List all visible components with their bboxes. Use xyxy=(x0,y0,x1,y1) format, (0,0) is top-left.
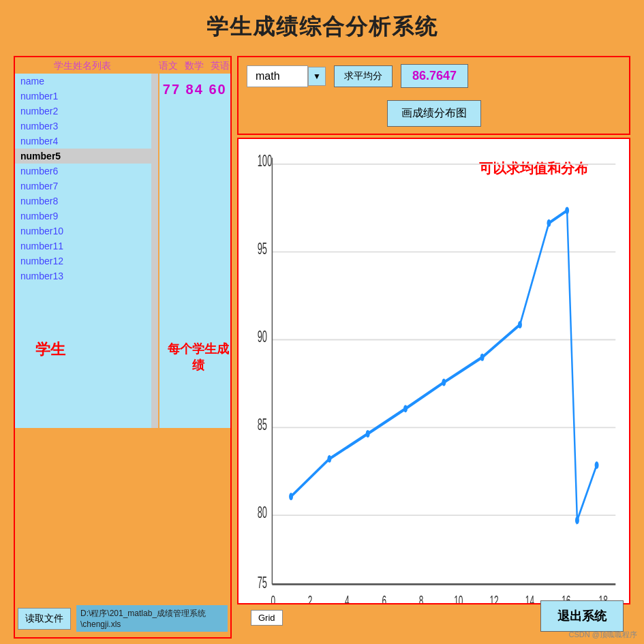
svg-text:90: 90 xyxy=(258,328,267,346)
svg-point-31 xyxy=(547,219,551,227)
svg-text:75: 75 xyxy=(258,574,267,592)
student-item-4[interactable]: number4 xyxy=(15,134,151,149)
svg-point-25 xyxy=(327,455,331,463)
scores-values: 77 84 60 xyxy=(163,74,227,97)
svg-point-27 xyxy=(403,405,408,412)
chart-area: 可以求均值和分布 100 95 90 85 80 75 xyxy=(237,138,630,604)
student-item-12[interactable]: number12 xyxy=(15,254,151,269)
svg-text:12: 12 xyxy=(489,592,498,603)
svg-text:4: 4 xyxy=(345,592,350,603)
left-bottom: 读取文件 D:\程序\201_matlab_成绩管理系统\chengji.xls xyxy=(15,600,230,637)
right-top-controls: math ▼ 求平均分 86.7647 画成绩分布图 xyxy=(237,56,630,135)
svg-point-34 xyxy=(595,461,599,469)
right-panel: math ▼ 求平均分 86.7647 画成绩分布图 可以求均值和分布 100 … xyxy=(237,56,630,639)
student-item-3[interactable]: number3 xyxy=(15,119,151,134)
draw-chart-button[interactable]: 画成绩分布图 xyxy=(387,100,481,127)
student-label: 学生 xyxy=(35,339,65,360)
student-item-13[interactable]: number13 xyxy=(15,269,151,283)
svg-point-30 xyxy=(518,321,522,328)
student-item-10[interactable]: number10 xyxy=(15,224,151,239)
scores-panel: 77 84 60 每个学生成绩 xyxy=(159,74,231,428)
svg-text:100: 100 xyxy=(258,152,272,170)
svg-text:85: 85 xyxy=(258,416,267,433)
col-header-math: 数学 xyxy=(185,60,204,74)
exit-button[interactable]: 退出系统 xyxy=(540,600,624,632)
student-item-5[interactable]: number5 xyxy=(15,149,151,164)
svg-point-33 xyxy=(575,517,579,524)
student-item-1[interactable]: number1 xyxy=(15,89,151,104)
grid-button[interactable]: Grid xyxy=(251,610,283,626)
student-item-name[interactable]: name xyxy=(15,74,151,89)
student-item-9[interactable]: number9 xyxy=(15,209,151,224)
csdn-credit: CSDN @顶呱呱程序 xyxy=(569,630,637,640)
left-panel: 学生姓名列表 语文 数学 英语 name number1 number2 num… xyxy=(14,56,232,639)
average-value-display: 86.7647 xyxy=(401,64,468,88)
svg-text:6: 6 xyxy=(382,592,386,603)
svg-text:8: 8 xyxy=(419,592,424,603)
student-item-7[interactable]: number7 xyxy=(15,179,151,194)
student-item-6[interactable]: number6 xyxy=(15,164,151,179)
col-header-chinese: 语文 xyxy=(159,60,178,74)
student-list-area: name number1 number2 number3 number4 num… xyxy=(15,74,230,600)
right-bottom-container: 可以求均值和分布 100 95 90 85 80 75 xyxy=(237,138,630,639)
svg-text:80: 80 xyxy=(258,504,267,521)
svg-text:14: 14 xyxy=(525,592,534,603)
subject-selector: math ▼ xyxy=(247,65,326,87)
student-item-2[interactable]: number2 xyxy=(15,104,151,119)
svg-point-32 xyxy=(565,206,569,214)
svg-point-24 xyxy=(289,493,293,500)
svg-point-28 xyxy=(442,379,446,386)
scores-label: 每个学生成绩 xyxy=(166,341,231,373)
svg-point-29 xyxy=(480,354,485,361)
col-header-english: 英语 xyxy=(211,60,230,74)
student-item-8[interactable]: number8 xyxy=(15,194,151,209)
student-list[interactable]: name number1 number2 number3 number4 num… xyxy=(15,74,151,428)
svg-text:2: 2 xyxy=(308,592,313,603)
calc-average-button[interactable]: 求平均分 xyxy=(334,65,393,87)
page-title: 学生成绩综合分析系统 xyxy=(0,0,644,49)
file-path-display: D:\程序\201_matlab_成绩管理系统\chengji.xls xyxy=(76,605,228,632)
svg-text:0: 0 xyxy=(271,592,275,603)
student-list-header: 学生姓名列表 xyxy=(15,57,149,74)
subject-display: math xyxy=(247,65,308,87)
scrollbar-track[interactable] xyxy=(151,74,158,428)
subject-dropdown-button[interactable]: ▼ xyxy=(308,67,326,86)
svg-text:95: 95 xyxy=(258,240,267,258)
read-file-button[interactable]: 读取文件 xyxy=(18,608,71,630)
student-item-11[interactable]: number11 xyxy=(15,239,151,254)
chart-svg: 100 95 90 85 80 75 xyxy=(239,139,629,603)
svg-point-26 xyxy=(366,430,370,438)
main-layout: 学生姓名列表 语文 数学 英语 name number1 number2 num… xyxy=(0,49,644,644)
svg-text:10: 10 xyxy=(454,592,463,603)
